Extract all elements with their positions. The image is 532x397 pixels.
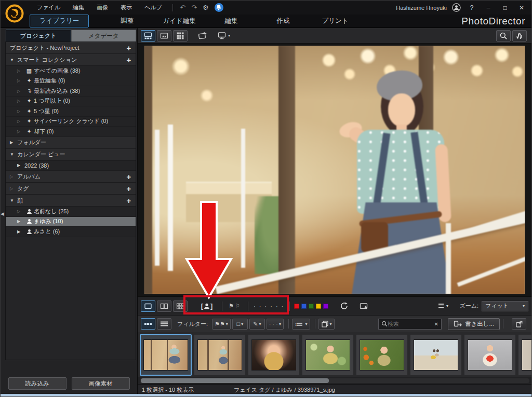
calendar-view-header[interactable]: ▼ カレンダー ビュー	[6, 149, 136, 161]
search-box[interactable]: ✕	[378, 319, 442, 330]
undo-icon[interactable]: ↶	[177, 4, 189, 11]
caret-child-icon[interactable]: ▷	[10, 174, 17, 179]
zoom-tool-button[interactable]	[496, 30, 511, 42]
settings-gear-icon[interactable]: ⚙	[200, 4, 211, 11]
search-clear-icon[interactable]: ✕	[434, 321, 438, 327]
caret-child-icon[interactable]: ▷	[17, 129, 24, 134]
filmstrip-thumbnail-2[interactable]	[194, 334, 246, 376]
color-label-green[interactable]	[309, 304, 314, 309]
filter-edited-button[interactable]: ✎ ▾	[249, 319, 265, 330]
filmstrip-thumbnail-8[interactable]	[518, 334, 531, 376]
scrollbar-track[interactable]	[140, 378, 529, 383]
tab-print[interactable]: プリント	[309, 15, 361, 27]
caret-child-icon[interactable]: ▷	[17, 78, 24, 83]
caret-down-icon[interactable]: ▼	[10, 58, 17, 62]
caret-child-icon[interactable]: ▷	[17, 109, 24, 114]
maximize-button[interactable]: □	[499, 4, 511, 11]
menu-view[interactable]: 表示	[114, 1, 138, 15]
menu-file[interactable]: ファイル	[31, 1, 66, 15]
face-item-misato[interactable]: ▶ みさと (6)	[6, 227, 136, 237]
tree-item-one-star[interactable]: ▷ ✦ 1 つ星以上 (0)	[6, 97, 136, 107]
filmstrip-thumbnail-3[interactable]	[248, 334, 300, 376]
tree-item-recent-edited[interactable]: ▷ ✦ 最近編集 (0)	[6, 76, 136, 87]
flag-pick-icon[interactable]: ⚑	[229, 303, 234, 309]
search-input[interactable]	[388, 321, 434, 327]
zoom-fit-dropdown[interactable]: フィット ▾	[482, 301, 528, 311]
mode-compare-button[interactable]	[157, 300, 171, 312]
filter-more-button[interactable]: · · · ▾	[267, 319, 284, 330]
canvas-edit-button[interactable]	[357, 300, 371, 312]
view-single-button[interactable]	[157, 30, 171, 42]
tree-item-2022[interactable]: ▶ 2022 (38)	[6, 161, 136, 171]
add-smart-collection-button[interactable]: +	[125, 56, 132, 64]
add-album-button[interactable]: +	[125, 172, 132, 181]
mode-single-button[interactable]	[141, 300, 155, 312]
color-label-blue[interactable]	[301, 304, 307, 309]
filmstrip-thumbnail-1[interactable]	[140, 334, 192, 376]
caret-child-icon[interactable]: ▷	[17, 119, 24, 124]
caret-right-icon[interactable]: ▶	[17, 163, 24, 168]
filmstrip-thumbnails-button[interactable]	[141, 318, 155, 330]
add-tag-button[interactable]: +	[125, 184, 132, 193]
open-external-window-button[interactable]	[512, 318, 526, 330]
redo-icon[interactable]: ↷	[189, 4, 200, 11]
tab-project[interactable]: プロジェクト	[6, 30, 71, 42]
notification-bell-icon[interactable]	[215, 3, 223, 12]
tab-guided-edit[interactable]: ガイド編集	[153, 15, 205, 27]
pan-hand-button[interactable]	[512, 30, 527, 42]
color-label-yellow[interactable]	[316, 304, 321, 309]
caret-child-icon[interactable]: ▷	[17, 89, 24, 93]
face-item-mayumi[interactable]: ▶ まゆみ (10)	[6, 217, 136, 227]
filmstrip-thumbnail-6[interactable]	[410, 334, 462, 376]
user-avatar-icon[interactable]	[452, 3, 461, 12]
thumbnail-options-button[interactable]: ▾	[436, 300, 450, 312]
sort-order-button[interactable]: ↕ ▾	[292, 319, 310, 330]
project-row[interactable]: プロジェクト - NewProject +	[6, 42, 136, 54]
color-label-purple[interactable]	[323, 304, 328, 309]
minimize-button[interactable]: –	[483, 4, 494, 11]
tree-item-rejected[interactable]: ▷ ✦ 却下 (0)	[6, 127, 136, 137]
tree-item-all-images[interactable]: ▷ ▦ すべての画像 (38)	[6, 66, 136, 76]
close-button[interactable]: ✕	[516, 4, 527, 11]
tab-metadata[interactable]: メタデータ	[71, 30, 137, 42]
face-tag-button[interactable]: [ ]	[196, 300, 217, 312]
star-rating-dots[interactable]: · · · · · ·	[251, 303, 286, 309]
face-item-unnamed[interactable]: ▷ 名前なし (25)	[6, 207, 136, 217]
image-assets-button[interactable]: 画像素材	[72, 377, 130, 390]
color-label-red[interactable]	[294, 304, 299, 309]
mode-multi-button[interactable]	[173, 300, 188, 312]
rotate-canvas-button[interactable]	[195, 30, 210, 42]
tab-adjust[interactable]: 調整	[101, 15, 153, 27]
stack-button[interactable]: ▾	[318, 319, 335, 330]
filter-flags-button[interactable]: ⚑⚑ ▾	[212, 319, 231, 330]
tree-item-latest-import[interactable]: ▷ ↴ 最新読み込み (38)	[6, 86, 136, 97]
faces-header[interactable]: ▼ 顔 +	[6, 195, 136, 207]
filmstrip-thumbnail-4[interactable]	[302, 334, 354, 376]
tags-header[interactable]: ▷ タグ +	[6, 183, 136, 195]
export-button[interactable]: 書き出し...	[448, 318, 500, 330]
filmstrip-thumbnail-5[interactable]	[356, 334, 408, 376]
tab-create[interactable]: 作成	[257, 15, 309, 27]
import-button[interactable]: 読み込み	[8, 377, 66, 390]
tree-item-five-star[interactable]: ▷ ✦ 5 つ星 (0)	[6, 106, 136, 117]
filter-color-button[interactable]: □ ▾	[232, 319, 248, 330]
view-grid-button[interactable]	[173, 30, 188, 42]
caret-right-icon[interactable]: ▶	[10, 140, 17, 145]
help-button[interactable]: ?	[466, 4, 477, 11]
menu-edit[interactable]: 編集	[66, 1, 90, 15]
menu-help[interactable]: ヘルプ	[138, 1, 168, 15]
caret-down-icon[interactable]: ▼	[10, 152, 17, 157]
albums-header[interactable]: ▷ アルバム +	[6, 171, 136, 183]
add-project-button[interactable]: +	[125, 44, 132, 52]
selected-photo[interactable]	[144, 46, 525, 294]
tree-item-cyberlink-cloud[interactable]: ▷ ✦ サイバーリンク クラウド (0)	[6, 117, 136, 127]
caret-child-icon[interactable]: ▷	[17, 69, 24, 73]
tab-edit[interactable]: 編集	[205, 15, 257, 27]
folders-header[interactable]: ▶ フォルダー	[6, 137, 136, 149]
sidebar-collapse-arrow[interactable]: ◀	[1, 207, 5, 221]
view-combined-button[interactable]	[141, 30, 155, 42]
add-face-button[interactable]: +	[125, 196, 132, 205]
smart-collection-header[interactable]: ▼ スマート コレクション +	[6, 54, 136, 66]
caret-right-icon[interactable]: ▶	[17, 229, 24, 234]
caret-child-icon[interactable]: ▷	[17, 209, 24, 214]
